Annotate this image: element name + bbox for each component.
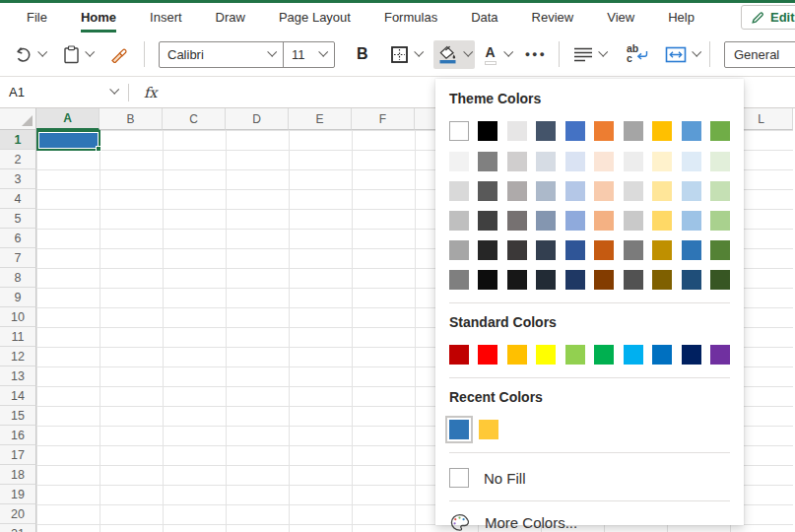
color-swatch[interactable] [565, 345, 585, 365]
color-swatch[interactable] [710, 211, 730, 231]
row-header-16[interactable]: 16 [0, 426, 36, 445]
color-swatch[interactable] [449, 181, 469, 201]
color-swatch[interactable] [652, 211, 672, 231]
merge-cells-button[interactable] [661, 41, 703, 68]
color-swatch[interactable] [478, 270, 497, 290]
row-header-3[interactable]: 3 [0, 169, 36, 189]
color-swatch[interactable] [710, 181, 730, 201]
color-swatch[interactable] [478, 152, 497, 171]
color-swatch[interactable] [507, 152, 527, 171]
color-swatch[interactable] [594, 121, 614, 141]
color-swatch[interactable] [652, 121, 672, 141]
color-swatch[interactable] [624, 211, 643, 231]
column-header-E[interactable]: E [289, 108, 352, 130]
menu-tab-file[interactable]: File [10, 3, 64, 33]
menu-tab-page-layout[interactable]: Page Layout [262, 3, 367, 33]
row-header-17[interactable]: 17 [0, 445, 36, 465]
row-header-1[interactable]: 1 [0, 130, 36, 150]
color-swatch[interactable] [624, 121, 643, 141]
color-swatch[interactable] [710, 240, 730, 260]
color-swatch[interactable] [507, 181, 527, 201]
menu-tab-view[interactable]: View [590, 3, 651, 33]
bold-button[interactable]: B [349, 41, 376, 67]
borders-button[interactable] [386, 40, 426, 69]
row-header-13[interactable]: 13 [0, 366, 36, 386]
menu-tab-review[interactable]: Review [515, 3, 591, 33]
name-box[interactable]: A1 [0, 77, 126, 107]
row-header-12[interactable]: 12 [0, 347, 36, 366]
color-swatch[interactable] [507, 270, 527, 290]
color-swatch[interactable] [710, 270, 730, 290]
color-swatch[interactable] [594, 240, 614, 260]
color-swatch[interactable] [594, 270, 614, 290]
wrap-text-button[interactable]: ab c [620, 37, 651, 71]
color-swatch[interactable] [682, 152, 701, 171]
color-swatch[interactable] [710, 345, 730, 365]
row-header-18[interactable]: 18 [0, 465, 36, 485]
row-header-19[interactable]: 19 [0, 485, 36, 504]
color-swatch[interactable] [536, 121, 556, 141]
column-header-B[interactable]: B [99, 108, 163, 130]
undo-button[interactable] [10, 41, 49, 68]
color-swatch[interactable] [449, 211, 469, 231]
color-swatch[interactable] [565, 270, 585, 290]
row-header-5[interactable]: 5 [0, 209, 36, 229]
color-swatch[interactable] [449, 270, 469, 290]
color-swatch[interactable] [478, 181, 497, 201]
color-swatch[interactable] [652, 181, 672, 201]
color-swatch[interactable] [536, 152, 556, 171]
row-header-20[interactable]: 20 [0, 504, 36, 524]
editing-mode-button[interactable]: Editing [741, 5, 795, 30]
color-swatch[interactable] [478, 240, 497, 260]
color-swatch[interactable] [536, 181, 556, 201]
color-swatch[interactable] [449, 345, 469, 365]
color-swatch[interactable] [478, 211, 497, 231]
color-swatch[interactable] [507, 121, 527, 141]
color-swatch[interactable] [710, 121, 730, 141]
color-swatch[interactable] [536, 345, 556, 365]
column-header-F[interactable]: F [352, 108, 415, 130]
color-swatch[interactable] [682, 240, 701, 260]
row-header-10[interactable]: 10 [0, 307, 36, 327]
paste-button[interactable] [59, 40, 97, 69]
menu-tab-formulas[interactable]: Formulas [367, 3, 454, 33]
color-swatch[interactable] [710, 152, 730, 171]
color-swatch[interactable] [652, 270, 672, 290]
color-swatch[interactable] [565, 181, 585, 201]
font-color-button[interactable]: A1A [479, 37, 515, 71]
row-header-9[interactable]: 9 [0, 288, 36, 307]
color-swatch[interactable] [624, 240, 643, 260]
color-swatch[interactable] [652, 240, 672, 260]
color-swatch[interactable] [682, 211, 701, 231]
fill-handle[interactable] [96, 146, 101, 152]
color-swatch[interactable] [594, 152, 614, 171]
color-swatch[interactable] [479, 420, 498, 439]
row-header-21[interactable]: 21 [0, 524, 36, 532]
color-swatch[interactable] [624, 152, 643, 171]
select-all-corner[interactable] [0, 108, 36, 130]
color-swatch[interactable] [507, 211, 527, 231]
row-header-7[interactable]: 7 [0, 248, 36, 268]
row-header-14[interactable]: 14 [0, 386, 36, 406]
color-swatch[interactable] [449, 240, 469, 260]
color-swatch[interactable] [652, 345, 672, 365]
color-swatch[interactable] [594, 345, 614, 365]
more-font-options-button[interactable]: ●●● [519, 45, 553, 63]
color-swatch[interactable] [624, 181, 643, 201]
font-size-select[interactable]: 11 [283, 42, 334, 67]
number-format-select[interactable]: General [724, 41, 795, 68]
color-swatch[interactable] [536, 270, 556, 290]
color-swatch[interactable] [652, 152, 672, 171]
color-swatch[interactable] [682, 270, 701, 290]
color-swatch[interactable] [624, 270, 643, 290]
color-swatch[interactable] [478, 345, 497, 365]
row-header-15[interactable]: 15 [0, 406, 36, 426]
menu-tab-draw[interactable]: Draw [199, 3, 262, 33]
column-header-A[interactable]: A [36, 108, 99, 130]
insert-function-button[interactable]: fx [131, 85, 170, 100]
row-header-4[interactable]: 4 [0, 189, 36, 209]
menu-tab-data[interactable]: Data [454, 3, 514, 33]
color-swatch[interactable] [682, 345, 701, 365]
color-swatch[interactable] [536, 240, 556, 260]
color-swatch[interactable] [682, 181, 701, 201]
